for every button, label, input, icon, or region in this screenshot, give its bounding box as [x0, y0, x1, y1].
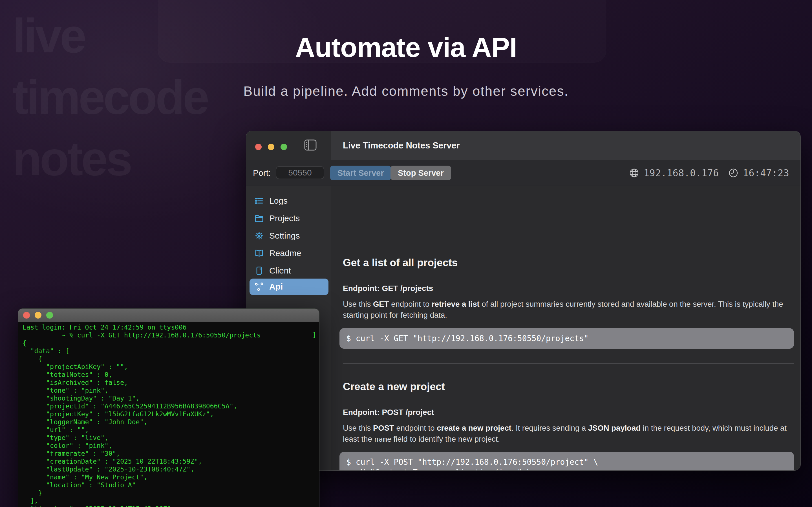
sidebar-item-label: Readme: [269, 248, 301, 258]
minimize-window-button[interactable]: [35, 312, 42, 319]
sidebar-item-label: Client: [269, 266, 291, 276]
sidebar-item-logs[interactable]: Logs: [250, 193, 328, 209]
section-description: Use this POST endpoint to create a new p…: [343, 422, 797, 445]
clock-icon: [728, 168, 739, 178]
section-endpoint: Endpoint: POST /project: [343, 408, 434, 417]
sidebar-item-label: Projects: [269, 214, 300, 223]
code-block-get: $ curl -X GET "http://192.168.0.176:5055…: [340, 328, 794, 349]
sidebar-item-label: Logs: [269, 196, 288, 206]
terminal-window: Last login: Fri Oct 24 17:42:59 on ttys0…: [18, 308, 319, 507]
globe-icon: [629, 168, 639, 178]
sidebar-item-settings[interactable]: Settings: [250, 228, 328, 244]
zoom-window-button[interactable]: [281, 144, 287, 150]
terminal-output: Last login: Fri Oct 24 17:42:59 on ttys0…: [22, 323, 317, 507]
server-app-window: Live Timecode Notes Server Port: Start S…: [246, 131, 801, 471]
sidebar-item-client[interactable]: Client: [250, 263, 328, 279]
page-subtitle: Build a pipeline. Add comments by other …: [0, 83, 812, 99]
api-nodes-icon: [255, 282, 264, 291]
sidebar-item-api[interactable]: Api: [250, 279, 328, 295]
sidebar-item-label: Settings: [269, 231, 300, 240]
terminal-window-controls: [23, 312, 53, 319]
close-window-button[interactable]: [23, 312, 30, 319]
minimize-window-button[interactable]: [268, 144, 274, 150]
sidebar-item-readme[interactable]: Readme: [250, 245, 328, 262]
terminal-titlebar: [18, 309, 319, 322]
sidebar-item-label: Api: [269, 282, 283, 291]
port-input[interactable]: [276, 166, 324, 179]
section-heading: Create a new project: [343, 381, 445, 393]
page-title: Automate via API: [0, 32, 812, 63]
close-window-button[interactable]: [255, 144, 262, 150]
sidebar-toggle-icon[interactable]: [304, 139, 317, 151]
book-icon: [255, 249, 264, 258]
section-description: Use this GET endpoint to retrieve a list…: [343, 298, 797, 321]
section-endpoint: Endpoint: GET /projects: [343, 284, 433, 293]
start-server-button[interactable]: Start Server: [330, 166, 391, 180]
server-ip-value: 192.168.0.176: [644, 168, 719, 179]
api-doc-content: Get a list of all projects Endpoint: GET…: [331, 186, 801, 470]
server-ip-status: 192.168.0.176: [629, 160, 719, 186]
watermark-word: notes: [12, 128, 207, 189]
stop-server-button[interactable]: Stop Server: [391, 166, 451, 180]
window-controls: [255, 144, 287, 150]
window-title: Live Timecode Notes Server: [343, 131, 460, 160]
section-heading: Get a list of all projects: [343, 257, 458, 269]
sidebar-item-projects[interactable]: Projects: [250, 210, 328, 226]
terminal-overflow-indicator: ]: [312, 331, 316, 339]
zoom-window-button[interactable]: [46, 312, 53, 319]
folder-icon: [255, 214, 264, 223]
device-icon: [255, 266, 264, 275]
server-time-value: 16:47:23: [743, 168, 789, 179]
list-icon: [255, 196, 264, 205]
gear-icon: [255, 231, 264, 240]
code-block-post: $ curl -X POST "http://192.168.0.176:505…: [340, 452, 794, 471]
server-toolbar: Port: Start Server Stop Server 192.168.0…: [246, 160, 801, 186]
port-label: Port:: [253, 160, 271, 186]
server-clock-status: 16:47:23: [728, 160, 789, 186]
